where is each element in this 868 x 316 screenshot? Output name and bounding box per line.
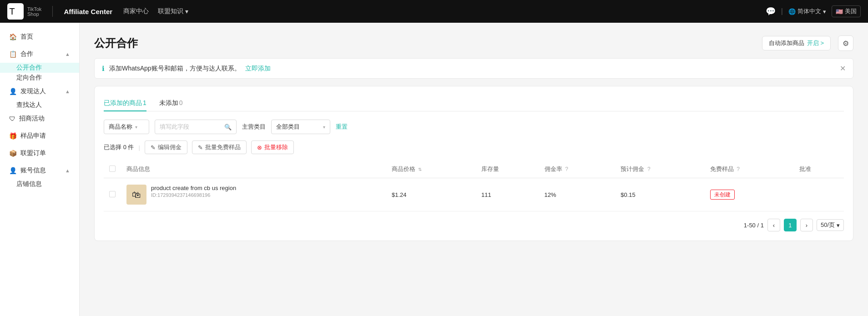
sidebar-section-account[interactable]: 👤 账号信息 ▲ [0,162,79,179]
bar-divider: | [138,144,140,151]
nav-divider [52,6,53,17]
sidebar-item-public-cooperation[interactable]: 公开合作 [0,63,79,73]
sidebar-item-store-info[interactable]: 店铺信息 [0,179,79,189]
logo[interactable]: T TikTokShop [7,3,41,20]
product-name-filter[interactable]: 商品名称 ▾ [104,120,149,134]
sidebar-item-home[interactable]: 🏠 首页 [0,28,79,45]
sidebar-item-targeted-cooperation[interactable]: 定向合作 [0,73,79,83]
discover-icon: 👤 [9,88,17,95]
edit-commission-button[interactable]: ✎ 编辑佣金 [145,140,187,154]
layout: 🏠 首页 📋 合作 ▲ 公开合作 定向合作 👤 发现达人 ▲ 查找达人 [0,23,868,316]
topnav-links: 商家中心 联盟知识 ▾ [123,7,755,15]
category-filter[interactable]: 全部类目 ▾ [271,120,330,134]
sidebar-item-recruitment[interactable]: 🛡 招商活动 [0,110,79,127]
region-selector[interactable]: 🇺🇸 美国 [832,5,861,17]
main-content: 公开合作 自动添加商品 开启 > ⚙ ℹ 添加WhatsApp账号和邮箱，方便与… [80,23,868,316]
batch-sample-button[interactable]: ✎ 批量免费样品 [192,140,247,154]
filters: 商品名称 ▾ 填写此字段 🔍 主营类目 全部类目 ▾ 重置 [104,120,844,134]
svg-text:T: T [10,6,15,16]
product-name: product create from cb us region [151,185,236,191]
product-id: ID:1729394237146698196 [151,192,236,198]
language-selector[interactable]: 🌐 简体中文 ▾ [788,7,826,15]
price-sort-icon[interactable]: ⇅ [418,167,422,172]
notice-close-button[interactable]: ✕ [840,64,846,73]
remove-icon: ⊗ [257,144,262,151]
commission-rate-help-icon[interactable]: ? [565,166,568,172]
row-checkbox[interactable] [109,191,116,197]
recruitment-icon: 🛡 [9,115,15,122]
table-header-row: 商品信息 商品价格 ⇅ 库存量 佣金率 ? [104,161,844,178]
category-chevron: ▾ [323,125,325,130]
product-table: 商品信息 商品价格 ⇅ 库存量 佣金率 ? [104,161,844,211]
product-price-cell: $1.24 [386,178,476,211]
commission-rate-cell: 12% [539,178,616,211]
prev-page-button[interactable]: ‹ [767,219,780,231]
batch-approve-cell [794,178,844,211]
estimated-commission-cell: $0.15 [615,178,704,211]
selected-bar: 已选择 0 件 | ✎ 编辑佣金 ✎ 批量免费样品 ⊗ 批量移除 [104,140,844,154]
product-thumbnail: 🛍 [126,185,146,205]
settings-icon: ⚙ [843,39,849,48]
pagination: 1-50 / 1 ‹ 1 › 50/页 ▾ [104,219,844,231]
cooperation-icon: 📋 [9,50,17,58]
selected-label: 已选择 0 件 [104,143,134,151]
tab-added[interactable]: 已添加的商品1 [104,95,146,111]
message-icon[interactable]: 💬 [766,6,776,16]
next-page-button[interactable]: › [800,219,813,231]
lang-chevron: ▾ [823,8,826,15]
topnav-right: 💬 | 🌐 简体中文 ▾ 🇺🇸 美国 [766,5,861,17]
stock-cell: 111 [476,178,539,211]
category-label: 主营类目 [242,123,266,131]
notice-banner: ℹ 添加WhatsApp账号和邮箱，方便与达人联系。 立即添加 ✕ [94,58,853,79]
samples-icon: 🎁 [9,132,17,140]
sidebar-section-discover[interactable]: 👤 发现达人 ▲ [0,83,79,100]
home-icon: 🏠 [9,33,17,40]
tabs: 已添加的商品1 未添加0 [104,95,844,111]
estimated-commission-help-icon[interactable]: ? [647,166,651,172]
sidebar-section-cooperation[interactable]: 📋 合作 ▲ [0,45,79,63]
sidebar-item-find-talent[interactable]: 查找达人 [0,100,79,110]
batch-remove-button[interactable]: ⊗ 批量移除 [251,140,294,154]
table-row: 🛍 product create from cb us region ID:17… [104,178,844,211]
content-card: 已添加的商品1 未添加0 商品名称 ▾ 填写此字段 🔍 主营类目 全部类目 [94,86,853,241]
batch-sample-icon: ✎ [198,144,203,151]
edit-icon: ✎ [151,144,156,151]
sidebar: 🏠 首页 📋 合作 ▲ 公开合作 定向合作 👤 发现达人 ▲ 查找达人 [0,23,80,316]
settings-button[interactable]: ⚙ [838,35,853,51]
sidebar-item-samples[interactable]: 🎁 样品申请 [0,127,79,145]
free-sample-status-badge: 未创建 [710,190,735,200]
affiliate-knowledge-link[interactable]: 联盟知识 ▾ [158,7,188,15]
reset-button[interactable]: 重置 [336,123,348,131]
discover-chevron: ▲ [65,89,70,94]
page-size-chevron: ▾ [837,222,840,229]
filter-chevron: ▾ [135,125,137,130]
page-1-button[interactable]: 1 [784,219,797,231]
search-icon: 🔍 [224,124,232,130]
affiliate-center-label: Affiliate Center [64,8,112,15]
auto-add-button[interactable]: 自动添加商品 开启 > [762,36,831,50]
account-chevron: ▲ [65,168,70,173]
search-field[interactable]: 填写此字段 🔍 [155,120,237,134]
sidebar-item-orders[interactable]: 📦 联盟订单 [0,145,79,162]
page-title: 公开合作 [94,36,755,50]
page-size-selector[interactable]: 50/页 ▾ [817,219,844,231]
page-header: 公开合作 自动添加商品 开启 > ⚙ [94,35,853,51]
notice-link[interactable]: 立即添加 [245,65,271,73]
account-icon: 👤 [9,167,17,174]
select-all-checkbox[interactable] [109,166,116,172]
merchant-center-link[interactable]: 商家中心 [123,7,149,15]
tab-not-added[interactable]: 未添加0 [159,95,183,111]
pagination-range: 1-50 / 1 [744,222,764,229]
orders-icon: 📦 [9,150,17,157]
free-sample-help-icon[interactable]: ? [737,166,740,172]
dropdown-icon: ▾ [185,8,188,15]
cooperation-chevron: ▲ [65,51,70,57]
info-icon: ℹ [102,65,105,73]
topnav: T TikTokShop Affiliate Center 商家中心 联盟知识 … [0,0,868,23]
product-info-cell: 🛍 product create from cb us region ID:17… [126,185,381,205]
